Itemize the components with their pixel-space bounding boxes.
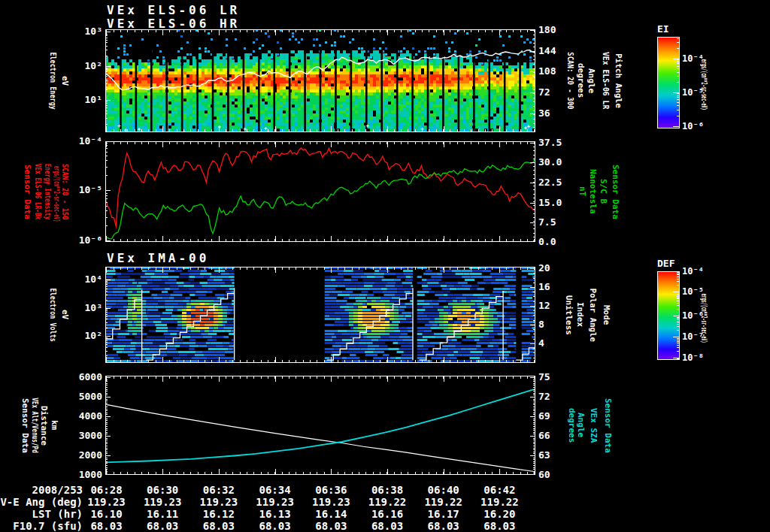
colorbar-ei bbox=[657, 37, 680, 128]
axis-tick-label: 36 bbox=[538, 107, 576, 119]
spacecraft-data-plot-screen: VEx ELS-06 LR VEx ELS-06 HR VEx IMA-00 E… bbox=[0, 0, 770, 532]
axis-vertical-label: Polar Angle bbox=[587, 268, 598, 361]
axis-tick-label: 75 bbox=[538, 371, 576, 382]
data-cell: 16.13 bbox=[251, 508, 299, 520]
data-cell: 119.23 bbox=[251, 496, 299, 508]
axis-tick-label: 69 bbox=[538, 410, 576, 422]
axis-tick-label: 16 bbox=[538, 281, 576, 292]
axis-tick-label: 10² bbox=[68, 60, 102, 71]
data-cell: 119.23 bbox=[195, 496, 243, 508]
axis-tick-label: 7.5 bbox=[538, 216, 576, 228]
data-row-label: LST (hr) bbox=[0, 508, 83, 520]
data-cell: 16.17 bbox=[420, 508, 468, 520]
data-cell: 119.22 bbox=[420, 496, 468, 508]
axis-tick-label: 10⁴ bbox=[68, 274, 102, 285]
data-cell: 119.23 bbox=[138, 496, 186, 508]
axis-tick-label: 72 bbox=[538, 391, 576, 402]
ima-spectrogram-panel bbox=[105, 267, 535, 363]
axis-tick-label: 0.0 bbox=[538, 236, 576, 247]
axis-tick-label: 20 bbox=[538, 262, 576, 274]
axis-tick-label: 63 bbox=[538, 449, 576, 461]
data-cell: 68.03 bbox=[307, 520, 355, 532]
data-cell: 68.03 bbox=[251, 520, 299, 532]
data-cell: 119.23 bbox=[83, 496, 131, 508]
axis-tick-label: 180 bbox=[538, 24, 576, 35]
time-tick-label: 06:38 bbox=[363, 484, 411, 496]
axis-tick-label: 5000 bbox=[68, 391, 102, 402]
axis-vertical-label: Nanotesla bbox=[587, 141, 598, 242]
data-cell: 119.23 bbox=[307, 496, 355, 508]
axis-tick-label: 60 bbox=[538, 469, 576, 480]
data-cell: 119.22 bbox=[363, 496, 411, 508]
axis-vertical-label: Sensor Data bbox=[20, 376, 30, 475]
axis-tick-label: 10⁻⁵ bbox=[68, 184, 102, 195]
axis-tick-label: 12 bbox=[538, 300, 576, 311]
axis-vertical-label: VEx ELS-06 LR bbox=[600, 35, 611, 127]
axis-vertical-label: Angle bbox=[575, 376, 586, 475]
data-cell: 16.16 bbox=[363, 508, 411, 520]
axis-tick-label: 30.0 bbox=[538, 156, 576, 168]
data-cell: 68.03 bbox=[83, 520, 131, 532]
date-label: 2008/253 bbox=[0, 484, 83, 496]
data-cell: 16.20 bbox=[475, 508, 523, 520]
axis-tick-label: 37.5 bbox=[538, 137, 576, 148]
axis-vertical-label: Sensor Data bbox=[602, 376, 613, 475]
colorbar-def bbox=[657, 271, 680, 360]
data-cell: 68.03 bbox=[195, 520, 243, 532]
axis-tick-label: 10³ bbox=[68, 302, 102, 313]
panel3-title: VEx IMA-00 bbox=[107, 251, 209, 265]
axis-vertical-label: VEx ELS-06 LR-Bk bbox=[32, 156, 43, 227]
time-tick-label: 06:36 bbox=[307, 484, 355, 496]
colorbar-ei-label: EI bbox=[657, 23, 669, 35]
els-spectrogram-panel bbox=[105, 29, 535, 132]
axis-tick-label: 10⁻⁶ bbox=[68, 234, 102, 246]
axis-vertical-label: Sensor Data bbox=[610, 141, 620, 242]
axis-vertical-label: Mode bbox=[601, 267, 611, 363]
axis-vertical-label: degrees bbox=[575, 29, 586, 132]
axis-tick-label: 108 bbox=[538, 65, 576, 77]
axis-vertical-label: S/C B bbox=[598, 141, 608, 242]
data-row-label: V-E Ang (deg) bbox=[0, 496, 83, 508]
colorbar-unit-label: ergs/(cm**2-sr-sec-eV) bbox=[699, 59, 709, 107]
data-cell: 16.10 bbox=[83, 508, 131, 520]
axis-tick-label: 10⁻⁶ bbox=[682, 121, 715, 131]
axis-tick-label: 10³ bbox=[68, 26, 102, 37]
axis-tick-label: 72 bbox=[538, 86, 576, 98]
axis-vertical-label: Sensor Data bbox=[22, 141, 32, 242]
data-row-label: F10.7 (sfu) bbox=[0, 520, 83, 532]
axis-vertical-label: Electron Energy bbox=[47, 41, 58, 120]
data-cell: 16.12 bbox=[195, 508, 243, 520]
axis-tick-label: 22.5 bbox=[538, 177, 576, 188]
axis-tick-label: 4000 bbox=[68, 410, 102, 422]
axis-vertical-label: Index bbox=[574, 267, 585, 363]
energy-intensity-panel bbox=[105, 141, 535, 242]
time-tick-label: 06:40 bbox=[420, 484, 468, 496]
axis-tick-label: 1000 bbox=[68, 469, 102, 480]
colorbar-unit-label: ergs/(cm**2-sr-sec-eV) bbox=[699, 294, 709, 338]
axis-tick-label: 144 bbox=[538, 45, 576, 56]
time-tick-label: 06:42 bbox=[475, 484, 523, 496]
axis-vertical-label: VEx SZA bbox=[588, 376, 599, 475]
data-cell: 16.11 bbox=[138, 508, 186, 520]
axis-tick-label: 10⁻⁸ bbox=[682, 352, 715, 363]
data-cell: 119.22 bbox=[475, 496, 523, 508]
panel1-title-line1: VEx ELS-06 LR bbox=[107, 3, 240, 17]
data-cell: 68.03 bbox=[363, 520, 411, 532]
axis-vertical-label: Distance bbox=[38, 376, 49, 475]
axis-vertical-label: Pitch Angle bbox=[613, 29, 623, 132]
axis-tick-label: 3000 bbox=[68, 430, 102, 441]
data-cell: 16.14 bbox=[307, 508, 355, 520]
axis-tick-label: 10⁻⁴ bbox=[68, 135, 102, 147]
data-cell: 68.03 bbox=[420, 520, 468, 532]
colorbar-def-label: DEF bbox=[657, 258, 675, 269]
axis-tick-label: 8 bbox=[538, 319, 576, 330]
axis-vertical-label: eV bbox=[59, 29, 70, 132]
axis-tick-label: 15.0 bbox=[538, 197, 576, 208]
time-tick-label: 06:34 bbox=[251, 484, 299, 496]
axis-tick-label: 10⁻⁴ bbox=[682, 266, 715, 277]
data-cell: 68.03 bbox=[138, 520, 186, 532]
axis-tick-label: 66 bbox=[538, 430, 576, 441]
axis-tick-label: 6000 bbox=[68, 371, 102, 382]
axis-vertical-label: nT bbox=[577, 141, 587, 242]
axis-tick-label: 2000 bbox=[68, 449, 102, 461]
